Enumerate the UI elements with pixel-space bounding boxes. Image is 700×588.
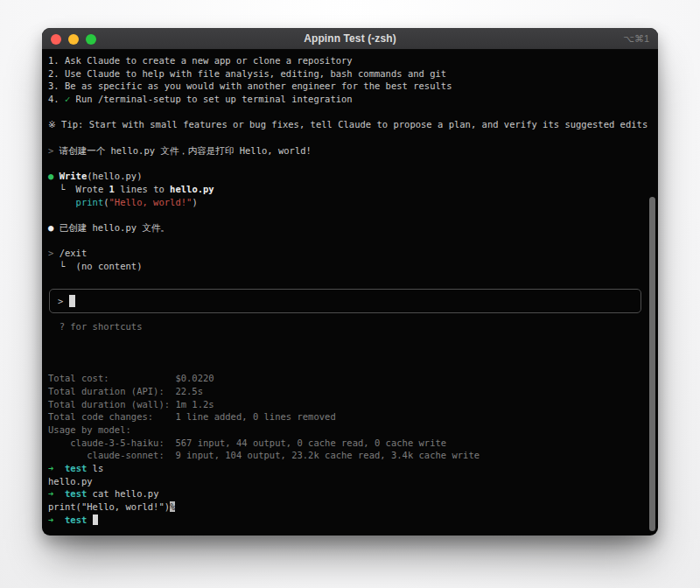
terminal-text-segment: 请创建一个 hello.py 文件，内容是打印 Hello, world! — [60, 145, 312, 156]
tool-call-line: ● Write(hello.py) — [48, 170, 652, 183]
onboarding-step-4: 4. ✓ Run /terminal-setup to set up termi… — [48, 93, 652, 106]
stats-duration-api: Total duration (API): 22.5s — [48, 385, 652, 398]
blank-line — [48, 333, 652, 346]
terminal-text-segment: claude-sonnet: 9 input, 104 output, 23.2… — [48, 450, 480, 460]
terminal-text-segment: ※ Tip: Start with small features or bug … — [48, 119, 648, 130]
stats-usage-header: Usage by model: — [48, 424, 652, 437]
terminal-text-segment: ) — [192, 197, 197, 207]
terminal-text-segment: test — [65, 488, 87, 499]
onboarding-step-3: 3. Be as specific as you would with anot… — [48, 80, 652, 93]
terminal-text-segment: └ Wrote — [48, 184, 109, 194]
blank-line — [48, 346, 652, 360]
shortcuts-hint-line: ? for shortcuts — [48, 320, 652, 333]
stats-duration-wall: Total duration (wall): 1m 1.2s — [48, 398, 652, 411]
terminal-text-segment: test — [65, 463, 87, 473]
user-prompt-line: > 请创建一个 hello.py 文件，内容是打印 Hello, world! — [48, 144, 652, 158]
blank-line — [48, 208, 652, 221]
terminal-text-segment: Total duration (wall): 1m 1.2s — [48, 399, 214, 410]
terminal-text-segment — [48, 197, 76, 207]
terminal-text-segment — [87, 514, 92, 525]
terminal-text-segment: Total duration (API): 22.5s — [48, 386, 203, 396]
terminal-text-segment: print — [76, 197, 104, 207]
terminal-text-segment — [53, 463, 65, 473]
onboarding-step-1: 1. Ask Claude to create a new app or clo… — [48, 54, 652, 67]
traffic-lights — [51, 28, 96, 50]
terminal-text-segment: Total code changes: 1 line added, 0 line… — [48, 411, 336, 422]
scrollbar-thumb[interactable] — [649, 197, 655, 531]
terminal-text-segment: 3. Be as specific as you would with anot… — [48, 80, 452, 91]
blank-line — [48, 359, 652, 372]
terminal-text-segment: ● — [48, 222, 60, 233]
input-prompt-char: > — [58, 295, 69, 308]
terminal-text-segment: 2. Use Claude to help with file analysis… — [48, 68, 446, 79]
terminal-text-segment: 1. Ask Claude to create a new app or clo… — [48, 55, 353, 66]
window-title: Appinn Test (-zsh) — [304, 32, 396, 45]
terminal-text-segment: cat hello.py — [87, 488, 158, 499]
stats-code-changes: Total code changes: 1 line added, 0 line… — [48, 410, 652, 424]
close-button[interactable] — [51, 34, 61, 45]
terminal-text-segment: (hello.py) — [87, 171, 142, 181]
terminal-text-segment: % — [170, 501, 175, 512]
terminal-text-segment: 4. — [48, 94, 65, 104]
terminal-text-segment: hello.py — [170, 184, 214, 194]
terminal-text-segment: claude-3-5-haiku: 567 input, 44 output, … — [48, 438, 446, 448]
terminal-text-segment: print("Hello, world!") — [48, 501, 170, 512]
terminal-text-segment — [53, 488, 65, 499]
terminal-window: Appinn Test (-zsh) ⌥⌘1 1. Ask Claude to … — [42, 28, 658, 536]
command-result-line: └ (no content) — [48, 260, 652, 273]
terminal-text-segment: ● — [48, 171, 60, 181]
terminal-screen[interactable]: 1. Ask Claude to create a new app or clo… — [42, 50, 658, 536]
user-command-line: > /exit — [48, 247, 652, 260]
text-cursor — [69, 295, 75, 307]
terminal-text-segment: /exit — [60, 248, 88, 258]
terminal-text-segment: ls — [87, 463, 103, 473]
blank-line — [48, 273, 652, 286]
assistant-message-line: ● 已创建 hello.py 文件。 — [48, 221, 652, 234]
terminal-text-segment: 已创建 hello.py 文件。 — [60, 222, 170, 233]
stats-total-cost: Total cost: $0.0220 — [48, 372, 652, 385]
shell-output-ls: hello.py — [48, 475, 652, 488]
tool-result-line: └ Wrote 1 lines to hello.py — [48, 183, 652, 196]
prompt-input-box[interactable]: > — [49, 289, 641, 313]
tool-code-line: print("Hello, world!") — [48, 196, 652, 209]
stats-usage-haiku: claude-3-5-haiku: 567 input, 44 output, … — [48, 437, 652, 450]
tab-shortcut-badge: ⌥⌘1 — [623, 28, 649, 50]
terminal-text-segment — [53, 514, 65, 525]
minimize-button[interactable] — [68, 34, 79, 45]
terminal-text-segment: hello.py — [48, 476, 93, 486]
terminal-text-segment: > — [48, 145, 60, 156]
terminal-text-segment: ? for shortcuts — [48, 321, 142, 332]
window-titlebar[interactable]: Appinn Test (-zsh) ⌥⌘1 — [42, 28, 658, 50]
terminal-text-segment: "Hello, world!" — [109, 197, 192, 207]
blank-line — [48, 131, 652, 144]
zoom-button[interactable] — [86, 34, 96, 45]
tip-line: ※ Tip: Start with small features or bug … — [48, 118, 652, 131]
shell-output-cat: print("Hello, world!")% — [48, 500, 652, 514]
text-cursor — [93, 514, 98, 525]
terminal-text-segment: Write — [60, 171, 88, 181]
terminal-text-segment: Usage by model: — [48, 424, 131, 435]
terminal-text-segment: > — [48, 248, 60, 258]
desktop-background: Appinn Test (-zsh) ⌥⌘1 1. Ask Claude to … — [0, 0, 700, 588]
terminal-text-segment: └ (no content) — [48, 261, 142, 271]
terminal-text-segment: test — [65, 514, 87, 525]
terminal-text-segment: Run /terminal-setup to set up terminal i… — [70, 94, 352, 104]
blank-line — [48, 158, 652, 171]
terminal-text-segment: lines to — [115, 184, 170, 194]
blank-line — [48, 106, 652, 119]
shell-prompt-cat: ➜ test cat hello.py — [48, 487, 652, 500]
shell-prompt-current: ➜ test — [48, 514, 652, 527]
blank-line — [48, 234, 652, 248]
shell-prompt-ls: ➜ test ls — [48, 462, 652, 475]
onboarding-step-2: 2. Use Claude to help with file analysis… — [48, 67, 652, 80]
terminal-text-segment: Total cost: $0.0220 — [48, 373, 214, 383]
stats-usage-sonnet: claude-sonnet: 9 input, 104 output, 23.2… — [48, 449, 652, 462]
